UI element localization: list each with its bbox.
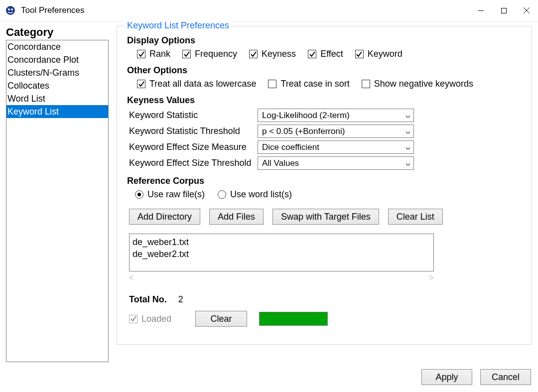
close-button[interactable] (515, 2, 538, 18)
total-label: Total No. (129, 294, 167, 304)
loaded-checkbox: Loaded (129, 314, 171, 324)
checkbox-effect[interactable]: Effect (308, 49, 343, 59)
hscrollbar[interactable]: < > (129, 273, 434, 282)
app-icon (5, 5, 16, 16)
category-header: Category (6, 26, 109, 40)
kv-label-effect-threshold: Keyword Effect Size Threshold (129, 158, 258, 168)
chevron-down-icon (405, 127, 410, 136)
chevron-down-icon (405, 111, 410, 121)
kv-label-statistic: Keyword Statistic (129, 110, 258, 121)
reference-corpus-header: Reference Corpus (127, 176, 522, 186)
titlebar: Tool Preferences (0, 0, 538, 21)
swap-with-target-button[interactable]: Swap with Target Files (272, 209, 379, 225)
category-listbox[interactable]: Concordance Concordance Plot Clusters/N-… (6, 40, 109, 362)
list-item[interactable]: de_weber1.txt (133, 236, 430, 248)
checkbox-rank[interactable]: Rank (137, 49, 170, 59)
clear-list-button[interactable]: Clear List (388, 209, 443, 225)
fieldset-legend: Keyword List Preferences (124, 20, 232, 31)
radio-use-word-lists[interactable]: Use word list(s) (218, 189, 292, 200)
other-options-row: Treat all data as lowercase Treat case i… (137, 79, 522, 89)
sidebar-item-word-list[interactable]: Word List (6, 92, 108, 105)
minimize-button[interactable] (469, 2, 492, 18)
kv-label-effect-measure: Keyword Effect Size Measure (129, 142, 258, 152)
scroll-right-icon[interactable]: > (429, 273, 434, 282)
dialog-footer: Apply Cancel (0, 365, 538, 392)
checkbox-show-negative[interactable]: Show negative keywords (362, 79, 473, 89)
list-item[interactable]: de_weber2.txt (133, 248, 430, 260)
checkbox-frequency[interactable]: Frequency (182, 49, 237, 59)
total-row: Total No. 2 (129, 294, 522, 305)
category-sidebar: Category Concordance Concordance Plot Cl… (6, 26, 109, 362)
maximize-button[interactable] (492, 2, 515, 18)
checkbox-lowercase[interactable]: Treat all data as lowercase (137, 79, 256, 89)
progress-bar (259, 312, 328, 326)
svg-rect-4 (501, 8, 506, 13)
apply-button[interactable]: Apply (421, 369, 472, 385)
chevron-down-icon (405, 142, 410, 152)
cancel-button[interactable]: Cancel (480, 369, 531, 385)
display-options-row: Rank Frequency Keyness Effect Keyword (137, 49, 522, 59)
sidebar-item-clusters-ngrams[interactable]: Clusters/N-Grams (6, 66, 108, 79)
sidebar-item-keyword-list[interactable]: Keyword List (6, 105, 108, 118)
select-effect-measure[interactable]: Dice coefficient (258, 140, 414, 154)
other-options-header: Other Options (127, 65, 522, 76)
svg-point-0 (6, 6, 15, 15)
checkbox-case-in-sort[interactable]: Treat case in sort (268, 79, 349, 89)
select-keyword-statistic-threshold[interactable]: p < 0.05 (+Bonferroni) (258, 125, 414, 138)
sidebar-item-concordance[interactable]: Concordance (6, 40, 108, 53)
kv-label-statistic-threshold: Keyword Statistic Threshold (129, 126, 258, 136)
add-directory-button[interactable]: Add Directory (129, 209, 200, 225)
clear-button[interactable]: Clear (195, 311, 247, 327)
svg-point-2 (11, 8, 13, 10)
svg-point-1 (8, 8, 10, 10)
window-title: Tool Preferences (21, 5, 85, 15)
sidebar-item-concordance-plot[interactable]: Concordance Plot (6, 53, 108, 66)
checkbox-keyness[interactable]: Keyness (249, 49, 296, 59)
radio-use-raw-files[interactable]: Use raw file(s) (135, 189, 205, 200)
reference-file-listbox[interactable]: de_weber1.txt de_weber2.txt (129, 234, 434, 271)
add-files-button[interactable]: Add Files (209, 209, 264, 225)
preferences-fieldset: Keyword List Preferences Display Options… (117, 26, 532, 345)
total-value: 2 (178, 294, 183, 304)
checkbox-keyword[interactable]: Keyword (355, 49, 403, 59)
display-options-header: Display Options (127, 35, 522, 46)
select-effect-threshold[interactable]: All Values (258, 156, 414, 170)
keyness-header: Keyness Values (127, 95, 522, 106)
chevron-down-icon (405, 158, 410, 168)
select-keyword-statistic[interactable]: Log-Likelihood (2-term) (258, 109, 414, 122)
scroll-left-icon[interactable]: < (129, 273, 134, 282)
sidebar-item-collocates[interactable]: Collocates (6, 79, 108, 92)
